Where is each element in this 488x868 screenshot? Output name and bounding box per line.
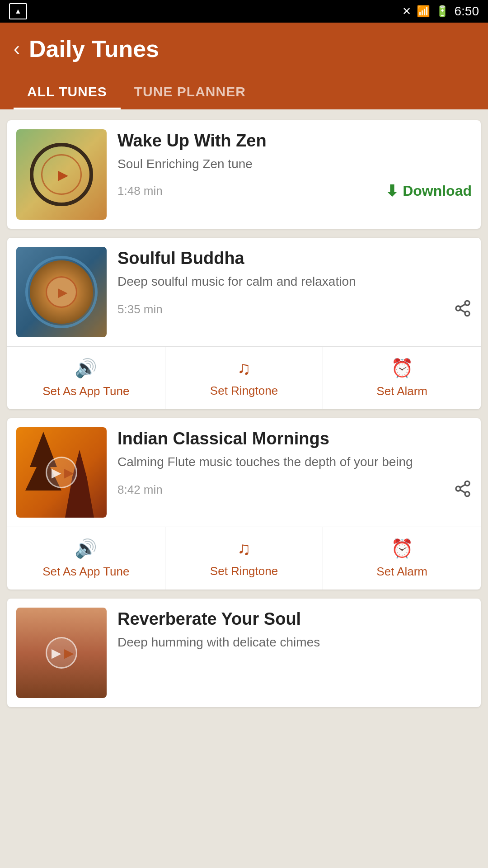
signal-bars: 📶 — [417, 5, 430, 18]
tune-title-indian: Indian Classical Mornings — [117, 429, 472, 448]
svg-line-9 — [460, 485, 465, 488]
tune-title-reverberate: Reverberate Your Soul — [117, 609, 472, 629]
tune-card-wake-up-zen: Wake Up With Zen Soul Enriching Zen tune… — [7, 120, 481, 229]
share-button-buddha[interactable] — [454, 299, 472, 319]
back-button[interactable]: ‹ — [14, 39, 20, 58]
page-title: Daily Tunes — [29, 35, 159, 62]
set-ringtone-label-indian: Set Ringtone — [210, 564, 278, 578]
download-label-zen: Download — [403, 183, 472, 199]
indian-play-button[interactable]: ▶ — [46, 457, 77, 488]
header: ‹ Daily Tunes ALL TUNES TUNE PLANNER — [0, 23, 488, 109]
set-alarm-button-indian[interactable]: ⏰ Set Alarm — [323, 527, 481, 590]
tab-tune-planner[interactable]: TUNE PLANNER — [121, 76, 259, 109]
music-icon-buddha: ♫ — [237, 358, 251, 378]
tabs: ALL TUNES TUNE PLANNER — [14, 76, 474, 109]
tune-desc-zen: Soul Enriching Zen tune — [117, 155, 472, 173]
tune-card-reverberate: ▶ Reverberate Your Soul Deep humming wit… — [7, 599, 481, 707]
status-bar-right: ✕ 📶 🔋 6:50 — [402, 4, 479, 19]
tune-desc-reverberate: Deep humming with delicate chimes — [117, 633, 472, 651]
set-alarm-label-indian: Set Alarm — [376, 565, 427, 579]
zen-circle — [30, 143, 93, 206]
tune-meta-zen: 1:48 min ⬇ Download — [117, 182, 472, 200]
tune-card-soulful-buddha: Soulful Buddha Deep soulful music for ca… — [7, 238, 481, 409]
tune-title-buddha: Soulful Buddha — [117, 249, 472, 268]
music-icon-indian: ♫ — [237, 538, 251, 559]
set-app-tune-button-indian[interactable]: 🔊 Set As App Tune — [7, 527, 165, 590]
tune-thumbnail-buddha[interactable] — [16, 247, 107, 337]
set-app-tune-button-buddha[interactable]: 🔊 Set As App Tune — [7, 347, 165, 409]
tune-info-buddha: Soulful Buddha Deep soulful music for ca… — [117, 247, 472, 319]
alarm-icon-buddha: ⏰ — [391, 358, 413, 379]
buddha-play-button[interactable] — [46, 276, 77, 308]
tune-desc-buddha: Deep soulful music for calm and relaxati… — [117, 273, 472, 290]
svg-line-8 — [460, 490, 465, 493]
battery-icon: 🔋 — [436, 5, 449, 18]
tune-duration-indian: 8:42 min — [117, 483, 163, 497]
set-alarm-label-buddha: Set Alarm — [376, 384, 427, 398]
reverberate-play-button[interactable]: ▶ — [46, 637, 77, 669]
alarm-icon-indian: ⏰ — [391, 538, 413, 559]
set-app-tune-label-indian: Set As App Tune — [42, 565, 129, 579]
tune-info-reverberate: Reverberate Your Soul Deep humming with … — [117, 608, 472, 660]
tune-thumbnail-zen[interactable] — [16, 129, 107, 220]
download-button-zen[interactable]: ⬇ Download — [385, 182, 472, 200]
share-button-indian[interactable] — [454, 480, 472, 500]
tune-info-zen: Wake Up With Zen Soul Enriching Zen tune… — [117, 129, 472, 200]
signal-icon: ✕ — [402, 5, 411, 18]
svg-line-3 — [460, 310, 465, 313]
gallery-icon — [9, 3, 27, 19]
action-bar-indian: 🔊 Set As App Tune ♫ Set Ringtone ⏰ Set A… — [7, 527, 481, 590]
set-ringtone-button-buddha[interactable]: ♫ Set Ringtone — [165, 347, 324, 409]
tune-duration-zen: 1:48 min — [117, 184, 163, 198]
action-bar-buddha: 🔊 Set As App Tune ♫ Set Ringtone ⏰ Set A… — [7, 346, 481, 409]
set-alarm-button-buddha[interactable]: ⏰ Set Alarm — [323, 347, 481, 409]
tune-title-zen: Wake Up With Zen — [117, 131, 472, 151]
tune-thumbnail-reverberate[interactable]: ▶ — [16, 608, 107, 698]
svg-line-4 — [460, 304, 465, 307]
tune-thumbnail-indian[interactable]: ▶ — [16, 427, 107, 518]
tune-meta-buddha: 5:35 min — [117, 299, 472, 319]
time: 6:50 — [455, 4, 479, 19]
tab-all-tunes[interactable]: ALL TUNES — [14, 76, 121, 109]
status-bar: ✕ 📶 🔋 6:50 — [0, 0, 488, 23]
speaker-icon-indian: 🔊 — [75, 538, 97, 559]
set-app-tune-label-buddha: Set As App Tune — [42, 384, 129, 398]
tune-meta-indian: 8:42 min — [117, 480, 472, 500]
tune-info-indian: Indian Classical Mornings Calming Flute … — [117, 427, 472, 500]
status-bar-left — [9, 3, 27, 19]
tune-card-indian-classical: ▶ Indian Classical Mornings Calming Flut… — [7, 418, 481, 590]
content: Wake Up With Zen Soul Enriching Zen tune… — [0, 109, 488, 718]
set-ringtone-label-buddha: Set Ringtone — [210, 384, 278, 398]
download-icon-zen: ⬇ — [385, 182, 398, 200]
set-ringtone-button-indian[interactable]: ♫ Set Ringtone — [165, 527, 324, 590]
speaker-icon-buddha: 🔊 — [75, 358, 97, 379]
tune-desc-indian: Calming Flute music touches the depth of… — [117, 453, 472, 471]
tune-duration-buddha: 5:35 min — [117, 302, 163, 316]
